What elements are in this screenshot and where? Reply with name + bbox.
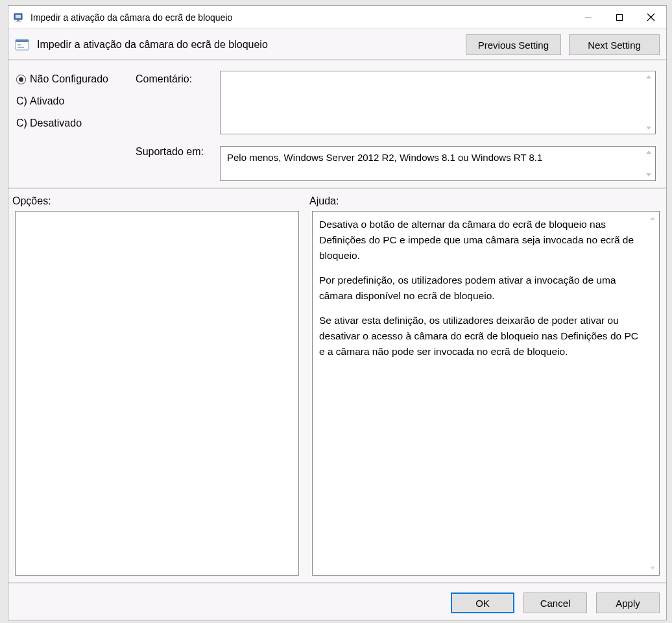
svg-rect-3	[16, 21, 21, 21]
previous-setting-button[interactable]: Previous Setting	[466, 34, 561, 55]
supported-value: Pelo menos, Windows Server 2012 R2, Wind…	[221, 147, 655, 167]
svg-marker-17	[650, 567, 655, 570]
radio-prefix: C)	[16, 95, 26, 107]
supported-label: Suportado em:	[136, 143, 220, 158]
svg-rect-11	[18, 47, 24, 48]
dialog-buttons: OK Cancel Apply	[8, 582, 666, 620]
svg-marker-15	[646, 173, 651, 177]
svg-marker-16	[650, 217, 655, 220]
app-icon	[14, 12, 25, 23]
group-policy-setting-dialog: Impedir a ativação da câmara do ecrã de …	[8, 5, 667, 620]
supported-textbox: Pelo menos, Windows Server 2012 R2, Wind…	[220, 146, 656, 181]
svg-marker-13	[646, 127, 651, 130]
svg-line-7	[647, 14, 654, 21]
radio-prefix: C)	[16, 117, 26, 129]
comment-value	[221, 71, 655, 80]
radio-disabled[interactable]: C) Desativado	[16, 117, 136, 129]
scroll-indicator	[648, 215, 657, 571]
minimize-button[interactable]	[573, 6, 604, 29]
close-button[interactable]	[635, 6, 666, 29]
radio-not-configured[interactable]: Não Configurado	[16, 73, 136, 85]
svg-rect-2	[17, 19, 19, 21]
options-pane	[15, 211, 299, 576]
svg-rect-5	[617, 14, 623, 20]
radio-icon	[16, 75, 26, 84]
ok-button[interactable]: OK	[451, 592, 514, 613]
cancel-button[interactable]: Cancel	[523, 592, 587, 613]
help-paragraph: Se ativar esta definição, os utilizadore…	[319, 313, 645, 360]
svg-rect-9	[16, 40, 29, 42]
svg-marker-14	[646, 151, 651, 154]
radio-enabled[interactable]: C) Ativado	[16, 95, 136, 107]
svg-line-6	[647, 14, 654, 21]
help-label: Ajuda:	[309, 195, 662, 207]
radio-label: Desativado	[30, 117, 82, 129]
panes: Desativa o botão de alternar da câmara d…	[8, 211, 666, 582]
radio-label: Ativado	[30, 95, 64, 107]
scroll-indicator	[643, 149, 654, 178]
help-paragraph: Por predefinição, os utilizadores podem …	[319, 273, 645, 304]
help-pane: Desativa o botão de alternar da câmara d…	[312, 211, 660, 576]
options-label: Opções:	[12, 195, 309, 207]
window-controls	[573, 6, 666, 29]
policy-header: Impedir a ativação da câmara do ecrã de …	[8, 29, 666, 60]
comment-label: Comentário:	[136, 71, 220, 85]
comment-textbox[interactable]	[220, 71, 656, 134]
state-radio-group: Não Configurado C) Ativado C) Desativado	[12, 71, 136, 140]
svg-rect-1	[16, 15, 21, 18]
policy-icon	[15, 38, 29, 52]
titlebar: Impedir a ativação da câmara do ecrã de …	[8, 6, 666, 29]
svg-marker-12	[646, 75, 651, 79]
scroll-indicator	[643, 74, 654, 131]
apply-button[interactable]: Apply	[596, 592, 660, 613]
pane-labels: Opções: Ajuda:	[8, 189, 666, 211]
radio-label: Não Configurado	[30, 73, 108, 85]
next-setting-button[interactable]: Next Setting	[569, 34, 660, 55]
maximize-button[interactable]	[604, 6, 635, 29]
window-title: Impedir a ativação da câmara do ecrã de …	[30, 12, 573, 23]
policy-title: Impedir a ativação da câmara do ecrã de …	[37, 39, 268, 51]
svg-rect-10	[18, 44, 21, 45]
config-area: Não Configurado C) Ativado C) Desativado…	[8, 60, 666, 189]
dialog-content: Impedir a ativação da câmara do ecrã de …	[8, 29, 666, 620]
help-paragraph: Desativa o botão de alternar da câmara d…	[319, 217, 645, 263]
